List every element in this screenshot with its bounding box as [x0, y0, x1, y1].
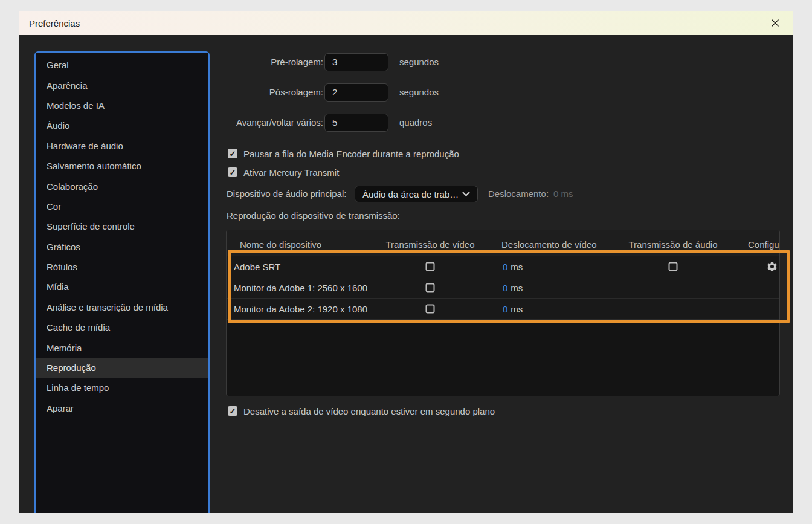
video-transmit-cell: [426, 283, 435, 293]
device-name: Monitor da Adobe 1: 2560 x 1600: [234, 277, 367, 299]
sidebar-item[interactable]: Cache de mídia: [36, 317, 208, 337]
gear-icon: [766, 260, 778, 273]
device-settings-button[interactable]: [766, 260, 778, 273]
sidebar-item[interactable]: Rótulos: [36, 257, 208, 277]
field-row: Pré-rolagem:3segundos: [19, 53, 793, 71]
toggle-checkbox[interactable]: ✓: [228, 149, 237, 158]
close-icon: [770, 18, 780, 28]
field-label: Pré-rolagem:: [19, 53, 323, 71]
sidebar-item[interactable]: Gráficos: [36, 237, 208, 257]
field-row: Pós-rolagem:2segundos: [19, 83, 793, 102]
audio-device-label: Dispositivo de áudio principal:: [227, 186, 346, 202]
field-unit: segundos: [399, 53, 439, 71]
video-transmit-checkbox[interactable]: [426, 305, 435, 314]
field-label: Pós-rolagem:: [19, 83, 323, 102]
background-video-toggle-row: ✓ Desative a saída de vídeo enquanto est…: [228, 406, 495, 416]
background-video-label: Desative a saída de vídeo enquanto estiv…: [243, 406, 495, 416]
sidebar-item[interactable]: Superfície de controle: [36, 216, 208, 236]
toggle-checkbox[interactable]: ✓: [228, 167, 237, 177]
preferences-dialog: Preferências GeralAparênciaModelos de IA…: [19, 11, 793, 513]
column-header: Nome do dispositivo: [240, 230, 321, 256]
video-offset-value[interactable]: 0: [503, 283, 507, 293]
field-input[interactable]: 2: [324, 83, 388, 102]
sidebar-item[interactable]: Reprodução: [36, 358, 208, 378]
dialog-title: Preferências: [29, 18, 80, 28]
stream-device-table: Nome do dispositivoTransmissão de vídeoD…: [226, 230, 780, 396]
sidebar-item[interactable]: Salvamento automático: [36, 156, 208, 176]
field-row: Avançar/voltar vários:5quadros: [19, 114, 793, 132]
audio-device-row: Dispositivo de áudio principal: Áudio da…: [19, 186, 793, 202]
column-header: Deslocamento de vídeo: [501, 230, 597, 256]
master-offset-label: Deslocamento:: [488, 186, 549, 202]
toggle-row: ✓Ativar Mercury Transmit: [228, 167, 339, 178]
video-offset-value[interactable]: 0: [503, 304, 507, 314]
video-transmit-cell: [426, 305, 435, 314]
toggle-row: ✓Pausar a fila do Media Encoder durante …: [228, 148, 459, 159]
video-offset-value[interactable]: 0: [503, 262, 507, 272]
toggle-label: Ativar Mercury Transmit: [243, 167, 339, 178]
video-offset-cell: 0ms: [503, 277, 523, 299]
stream-devices-section-label: Reprodução do dispositivo de transmissão…: [227, 210, 400, 221]
field-input[interactable]: 3: [324, 53, 388, 71]
audio-transmit-cell: [669, 262, 678, 271]
video-offset-cell: 0ms: [503, 256, 523, 277]
device-table-row: Monitor da Adobe 2: 1920 x 10800ms: [227, 299, 779, 320]
video-transmit-checkbox[interactable]: [426, 262, 435, 271]
field-unit: segundos: [399, 83, 439, 102]
dialog-titlebar[interactable]: Preferências: [19, 11, 793, 35]
master-offset-value: 0 ms: [553, 186, 573, 202]
device-name: Adobe SRT: [234, 256, 280, 277]
column-header: Configur: [748, 230, 780, 256]
sidebar-item[interactable]: Análise e transcrição de mídia: [36, 297, 208, 317]
audio-device-dropdown[interactable]: Áudio da área de trab…: [355, 186, 478, 202]
sidebar-item[interactable]: Aparar: [36, 398, 208, 418]
audio-transmit-checkbox[interactable]: [669, 262, 678, 271]
video-transmit-checkbox[interactable]: [426, 283, 435, 293]
audio-device-value: Áudio da área de trab…: [362, 189, 462, 199]
chevron-down-icon: [462, 192, 470, 197]
video-offset-cell: 0ms: [503, 299, 523, 320]
background-video-checkbox[interactable]: ✓: [228, 406, 237, 416]
video-transmit-cell: [426, 262, 435, 271]
toggle-label: Pausar a fila do Media Encoder durante a…: [243, 149, 459, 159]
video-offset-unit: ms: [511, 262, 523, 272]
close-button[interactable]: [768, 16, 782, 30]
column-header: Transmissão de áudio: [628, 230, 717, 256]
device-table-row: Adobe SRT0ms: [227, 256, 779, 277]
video-offset-unit: ms: [511, 304, 523, 314]
field-input[interactable]: 5: [324, 114, 388, 132]
field-unit: quadros: [399, 114, 432, 132]
sidebar-item[interactable]: Linha de tempo: [36, 378, 208, 398]
device-name: Monitor da Adobe 2: 1920 x 1080: [234, 299, 367, 320]
column-header: Transmissão de vídeo: [385, 230, 474, 256]
sidebar-item[interactable]: Mídia: [36, 277, 208, 297]
sidebar-item[interactable]: Hardware de áudio: [36, 136, 208, 156]
field-label: Avançar/voltar vários:: [19, 114, 323, 132]
video-offset-unit: ms: [511, 283, 523, 293]
sidebar-item[interactable]: Memória: [36, 337, 208, 357]
device-table-row: Monitor da Adobe 1: 2560 x 16000ms: [227, 277, 779, 299]
table-header-row: Nome do dispositivoTransmissão de vídeoD…: [227, 230, 779, 256]
